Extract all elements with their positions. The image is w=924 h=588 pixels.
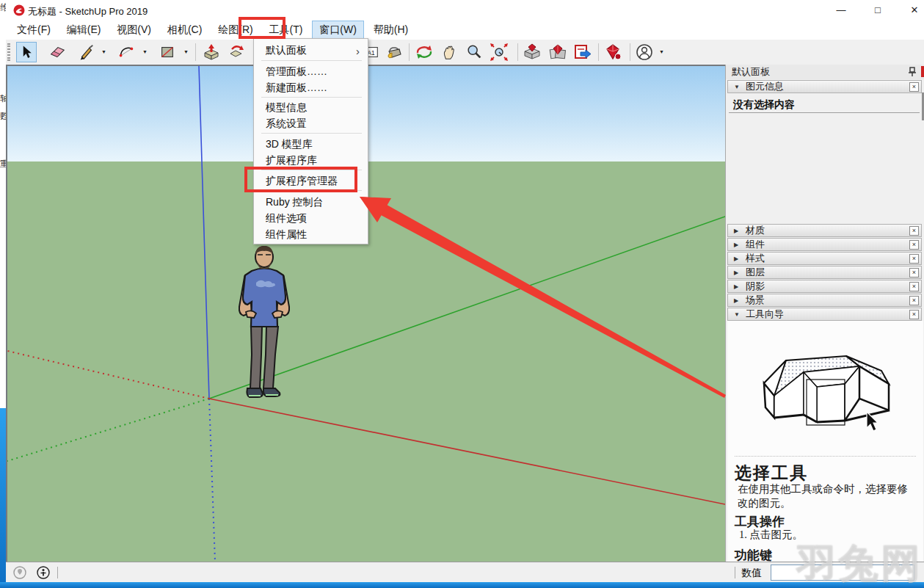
section-header-shadows[interactable]: ▶ 阴影 × (727, 280, 922, 293)
menu-camera[interactable]: 相机(C) (161, 21, 208, 39)
screen: 维 轴 甦 重 无标题 - SketchUp Pro 2019 — □ ✕ 文件… (0, 0, 924, 588)
measurement-label: 数值 (741, 567, 762, 580)
section-close-button[interactable]: × (909, 296, 919, 305)
measurement-input[interactable] (771, 565, 914, 581)
collapsed-arrow-icon: ▶ (734, 253, 738, 265)
panel-title-bar[interactable]: 默认面板 (726, 65, 924, 79)
toolbar-separator (409, 43, 410, 61)
menu-separator (261, 60, 362, 61)
paint-bucket-tool-button[interactable] (385, 42, 405, 62)
scale-figure-person[interactable] (230, 244, 299, 404)
section-close-button[interactable]: × (909, 310, 919, 319)
submenu-arrow-icon: › (356, 43, 360, 60)
pin-icon[interactable] (908, 67, 917, 77)
zoom-extents-button[interactable] (489, 42, 509, 62)
expanded-arrow-icon: ▼ (734, 81, 740, 93)
arc-tool-button[interactable] (116, 42, 137, 62)
maximize-button[interactable]: □ (861, 0, 895, 21)
eraser-tool-button[interactable] (47, 42, 68, 62)
menu-edit[interactable]: 编辑(E) (60, 21, 108, 39)
section-header-layers[interactable]: ▶ 图层 × (727, 266, 922, 279)
pencil-icon (78, 43, 95, 61)
menu-bar: 文件(F) 编辑(E) 视图(V) 相机(C) 绘图(R) 工具(T) 窗口(W… (6, 21, 924, 40)
menu-item-3d-warehouse[interactable]: 3D 模型库 (255, 135, 367, 153)
menu-file[interactable]: 文件(F) (10, 21, 57, 39)
menu-item-manage-panels[interactable]: 管理面板…… (255, 62, 367, 80)
select-arrow-icon (18, 44, 34, 60)
menu-item-component-options[interactable]: 组件选项 (255, 209, 367, 227)
account-dropdown-icon[interactable]: ▼ (659, 49, 664, 54)
menu-view[interactable]: 视图(V) (110, 21, 158, 39)
section-label: 阴影 (746, 280, 765, 292)
account-button[interactable] (634, 42, 655, 62)
menu-item-default-panel[interactable]: 默认面板› (255, 41, 367, 59)
section-label: 场景 (746, 294, 765, 306)
background-desktop (0, 408, 6, 588)
section-header-scenes[interactable]: ▶ 场景 × (727, 294, 922, 307)
select-tool-button[interactable] (16, 42, 37, 62)
orbit-icon (415, 43, 434, 62)
section-header-entity-info[interactable]: ▼ 图元信息 × (727, 80, 922, 93)
line-dropdown-icon[interactable]: ▼ (101, 49, 106, 54)
menu-item-preferences[interactable]: 系统设置 (255, 115, 367, 132)
status-separator (57, 567, 58, 578)
pan-tool-button[interactable] (439, 42, 459, 62)
arc-dropdown-icon[interactable]: ▼ (142, 49, 148, 54)
line-tool-button[interactable] (76, 42, 97, 62)
section-close-button[interactable]: × (909, 254, 919, 264)
section-close-button[interactable]: × (909, 240, 919, 250)
zoom-tool-button[interactable] (464, 42, 484, 62)
menu-help[interactable]: 帮助(H) (367, 21, 415, 39)
menu-item-model-info[interactable]: 模型信息 (255, 98, 367, 116)
toolbar-separator (630, 43, 630, 61)
rectangle-tool-button[interactable] (157, 42, 178, 62)
panel-close-red-sliver[interactable] (921, 66, 924, 77)
orbit-tool-button[interactable] (414, 42, 434, 62)
collapsed-arrow-icon: ▶ (734, 239, 738, 251)
collapsed-arrow-icon: ▶ (734, 295, 738, 307)
title-bar: 无标题 - SketchUp Pro 2019 — □ ✕ (6, 0, 924, 21)
section-header-styles[interactable]: ▶ 样式 × (727, 252, 922, 265)
credits-info-icon[interactable] (37, 566, 50, 579)
follow-me-tool-button[interactable] (226, 42, 247, 62)
taskbar-strip (0, 582, 924, 588)
section-header-materials[interactable]: ▶ 材质 × (727, 224, 922, 237)
text-tool-label: A1 (367, 49, 375, 57)
toolbar-separator (598, 43, 599, 61)
toolbar: ▼ ▼ ▼ (6, 40, 924, 65)
sketchup-logo-icon (13, 4, 25, 16)
extension-manager-button[interactable] (522, 42, 542, 62)
background-text: 重 (0, 158, 6, 170)
menu-item-ruby-console[interactable]: Ruby 控制台 (255, 193, 367, 211)
close-button[interactable]: ✕ (898, 0, 924, 21)
section-header-components[interactable]: ▶ 组件 × (727, 238, 922, 251)
collapsed-arrow-icon: ▶ (734, 225, 738, 237)
background-text: 维 (0, 1, 6, 14)
menu-separator (261, 97, 362, 98)
default-tray-panel: 默认面板 ▼ 图元信息 × 没有选择内容 ▶ 材质 × ▶ 组件 × (725, 65, 924, 562)
section-header-instructor[interactable]: ▼ 工具向导 × (727, 308, 922, 321)
extension-warehouse-button[interactable] (548, 42, 568, 62)
geolocation-icon[interactable] (13, 566, 26, 579)
section-close-button[interactable]: × (909, 282, 919, 291)
collapsed-arrow-icon: ▶ (734, 267, 738, 279)
section-close-button[interactable]: × (909, 268, 919, 277)
section-label: 工具向导 (746, 308, 784, 320)
share-model-button[interactable] (572, 42, 593, 62)
instructor-content: 选择工具 在使用其他工具或命令时，选择要修改的图元。 工具操作 1. 点击图元。… (727, 321, 923, 562)
menu-item-new-panel[interactable]: 新建面板…… (255, 79, 367, 96)
status-bar: 数值 (6, 562, 924, 582)
ruby-console-button[interactable] (603, 42, 623, 62)
menu-item-component-attributes[interactable]: 组件属性 (255, 225, 367, 243)
menu-window[interactable]: 窗口(W) (312, 21, 364, 39)
section-close-button[interactable]: × (909, 82, 919, 92)
section-label: 组件 (746, 239, 765, 250)
push-pull-tool-button[interactable] (201, 42, 222, 62)
section-label: 样式 (746, 253, 765, 264)
minimize-button[interactable]: — (824, 0, 858, 21)
rectangle-dropdown-icon[interactable]: ▼ (183, 49, 189, 54)
pan-hand-icon (440, 43, 458, 61)
section-close-button[interactable]: × (909, 226, 919, 236)
extension-manager-icon (523, 43, 542, 62)
toolbar-drag-handle[interactable] (7, 43, 10, 61)
